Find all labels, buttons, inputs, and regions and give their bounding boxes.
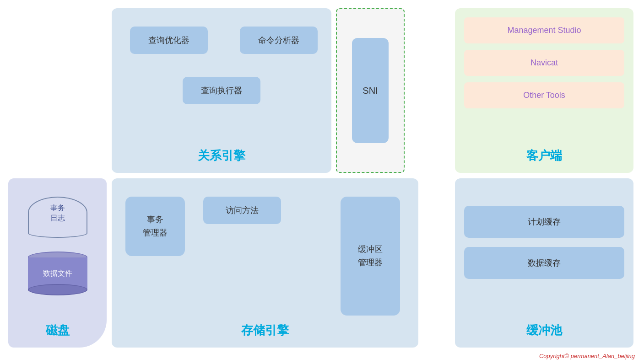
sni-label: SNI [352,38,389,143]
transaction-manager-btn: 事务 管理器 [125,197,185,256]
transaction-log-bottom [28,229,87,238]
command-analyzer-btn: 命令分析器 [240,27,318,54]
other-tools-item: Other Tools [464,82,624,108]
disk-box: 事务 日志 数据文件 磁盘 [8,178,107,348]
buffer-pool-box: 计划缓存 数据缓存 缓冲池 [455,178,633,348]
plan-cache-btn: 计划缓存 [464,206,624,238]
management-studio-item: Management Studio [464,17,624,43]
data-cache-btn: 数据缓存 [464,247,624,279]
query-executor-btn: 查询执行器 [183,77,260,104]
main-container: 查询优化器 命令分析器 查询执行器 关系引擎 SNI Management St… [0,0,644,364]
disk-label: 磁盘 [8,322,107,338]
sni-box: SNI [336,8,405,173]
client-box: Management Studio Navicat Other Tools 客户… [455,8,633,173]
relational-engine-label: 关系引擎 [112,148,331,164]
relational-engine-box: 查询优化器 命令分析器 查询执行器 关系引擎 [112,8,331,173]
data-file-bottom [28,284,87,295]
client-label: 客户端 [455,148,633,164]
buffer-pool-label: 缓冲池 [455,322,633,338]
navicat-item: Navicat [464,50,624,76]
buffer-manager-btn: 缓冲区 管理器 [341,197,400,316]
transaction-log-top: 事务 日志 [28,197,87,229]
copyright: Copyright© permanent_Alan_beijing [539,353,635,359]
storage-engine-box: 事务 管理器 访问方法 缓冲区 管理器 存储引擎 [112,178,418,348]
query-optimizer-btn: 查询优化器 [130,27,208,54]
storage-engine-label: 存储引擎 [112,322,418,338]
access-method-btn: 访问方法 [203,197,281,224]
